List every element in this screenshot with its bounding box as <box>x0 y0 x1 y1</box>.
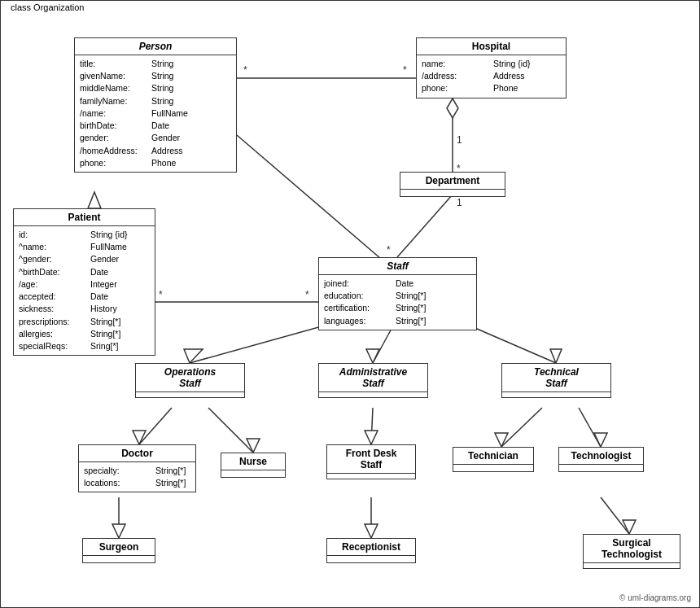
class-technician-header: Technician <box>453 448 533 465</box>
class-technician: Technician <box>453 447 534 472</box>
svg-text:*: * <box>159 289 163 300</box>
diagram-container: class Organization * * 1 * 1 * * * <box>0 0 700 608</box>
svg-text:*: * <box>387 244 391 256</box>
class-staff: Staff joined:Date education:String[*] ce… <box>318 257 477 330</box>
svg-text:*: * <box>403 64 407 76</box>
svg-line-31 <box>579 408 601 447</box>
class-department: Department <box>400 172 505 197</box>
class-technologist-header: Technologist <box>559 448 643 465</box>
svg-marker-36 <box>365 524 378 538</box>
svg-marker-28 <box>365 431 378 444</box>
class-surgeon-body <box>83 556 155 562</box>
class-technical-staff-header: TechnicalStaff <box>502 364 610 392</box>
class-surgical-technologist: SurgicalTechnologist <box>583 534 680 569</box>
class-admin-staff-header: AdministrativeStaff <box>319 364 427 392</box>
svg-marker-22 <box>550 349 562 363</box>
svg-line-25 <box>208 408 253 453</box>
svg-line-29 <box>501 408 542 447</box>
class-receptionist: Receptionist <box>326 538 416 563</box>
svg-marker-26 <box>247 439 260 453</box>
class-admin-staff: AdministrativeStaff <box>318 363 428 398</box>
svg-marker-18 <box>184 349 203 363</box>
class-surgeon: Surgeon <box>82 538 155 563</box>
class-doctor-header: Doctor <box>79 445 195 462</box>
svg-line-23 <box>139 408 172 444</box>
svg-text:*: * <box>305 289 309 300</box>
class-department-body <box>400 190 505 196</box>
class-front-desk-header: Front DeskStaff <box>327 445 415 474</box>
class-patient-header: Patient <box>14 209 155 226</box>
class-nurse-body <box>221 470 285 477</box>
class-person: Person title:String givenName:String mid… <box>74 37 237 173</box>
svg-line-7 <box>397 195 453 257</box>
svg-line-37 <box>601 497 629 534</box>
svg-marker-20 <box>366 349 379 363</box>
class-operations-staff-body <box>136 392 244 397</box>
class-nurse: Nurse <box>221 453 286 478</box>
class-surgeon-header: Surgeon <box>83 539 155 556</box>
class-staff-body: joined:Date education:String[*] certific… <box>319 275 476 330</box>
class-operations-staff-header: OperationsStaff <box>136 364 244 392</box>
class-technician-body <box>453 465 533 471</box>
class-technical-staff: TechnicalStaff <box>501 363 611 398</box>
class-department-header: Department <box>400 173 505 190</box>
class-operations-staff: OperationsStaff <box>135 363 245 398</box>
class-person-header: Person <box>75 38 236 55</box>
svg-marker-24 <box>133 431 146 444</box>
class-doctor: Doctor specialty:String[*] locations:Str… <box>78 444 196 492</box>
class-nurse-header: Nurse <box>221 453 285 470</box>
class-doctor-body: specialty:String[*] locations:String[*] <box>79 462 195 492</box>
svg-text:1: 1 <box>457 197 462 208</box>
class-person-body: title:String givenName:String middleName… <box>75 55 236 172</box>
class-surgical-technologist-body <box>584 563 680 568</box>
svg-line-27 <box>371 408 373 444</box>
class-hospital-header: Hospital <box>417 38 566 55</box>
svg-marker-4 <box>447 98 458 118</box>
diagram-title: class Organization <box>7 2 88 12</box>
class-hospital-body: name:String {id} /address:Address phone:… <box>417 55 566 98</box>
class-hospital: Hospital name:String {id} /address:Addre… <box>416 37 567 98</box>
class-admin-staff-body <box>319 392 427 397</box>
class-surgical-technologist-header: SurgicalTechnologist <box>584 535 680 563</box>
svg-marker-32 <box>594 433 607 447</box>
class-staff-header: Staff <box>319 258 476 275</box>
class-front-desk-body <box>327 474 415 479</box>
svg-text:*: * <box>243 64 247 76</box>
copyright: © uml-diagrams.org <box>619 593 691 602</box>
class-technical-staff-body <box>502 392 610 397</box>
class-technologist: Technologist <box>558 447 644 472</box>
class-patient-body: id:String {id} ^name:FullName ^gender:Ge… <box>14 226 155 355</box>
class-receptionist-header: Receptionist <box>327 539 415 556</box>
svg-marker-34 <box>112 524 125 538</box>
svg-marker-30 <box>495 433 508 447</box>
class-technologist-body <box>559 465 643 471</box>
class-patient: Patient id:String {id} ^name:FullName ^g… <box>13 208 155 356</box>
svg-marker-11 <box>88 192 101 208</box>
svg-line-12 <box>237 135 398 273</box>
svg-text:1: 1 <box>457 134 462 146</box>
class-receptionist-body <box>327 556 415 562</box>
class-front-desk: Front DeskStaff <box>326 444 416 479</box>
svg-marker-38 <box>623 520 636 534</box>
